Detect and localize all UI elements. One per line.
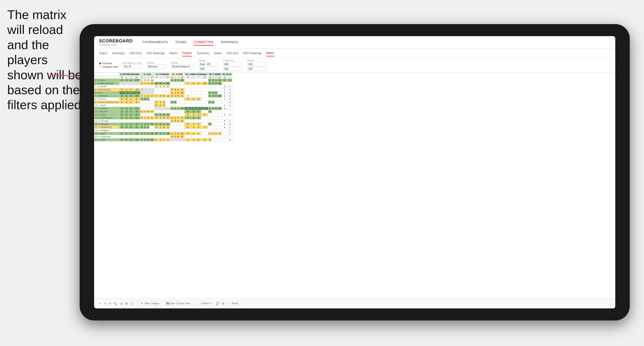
- region-sub-select[interactable]: (All): [199, 67, 218, 71]
- matrix-cell: [150, 101, 154, 104]
- full-view-radio[interactable]: [99, 62, 101, 65]
- subnav-detail[interactable]: Detail: [214, 50, 222, 56]
- clock-icon[interactable]: 🕐: [130, 302, 134, 305]
- matrix-cell: 0: [184, 126, 191, 129]
- compact-view-option[interactable]: Compact View: [99, 66, 118, 68]
- compact-view-radio[interactable]: [99, 66, 101, 68]
- conference-select[interactable]: (All): [223, 62, 242, 66]
- subnav-h2h-heatmap2[interactable]: H2H Heatmap: [243, 50, 261, 56]
- player-name-cell[interactable]: 2. M Kelly Mulcahy: [94, 82, 120, 85]
- player-name-cell[interactable]: 3. S Jelinek: [94, 85, 120, 88]
- table-row: 1. J Garcia31027100-11111106131122: [94, 79, 232, 82]
- matrix-cell: [119, 104, 124, 107]
- subnav-matrix2[interactable]: Matrix: [266, 50, 274, 56]
- matrix-cell: [128, 85, 133, 88]
- player-name-cell[interactable]: 20. E Andersson: [94, 135, 120, 138]
- player-name-cell[interactable]: 21. O Stoll: [94, 138, 120, 142]
- region-select[interactable]: East - DII: [199, 62, 218, 66]
- grid-icon[interactable]: ⊞: [222, 302, 224, 305]
- matrix-cell: [180, 104, 184, 107]
- matrix-cell: 0: [176, 116, 180, 120]
- share-btn[interactable]: ↗ Share: [227, 301, 240, 306]
- players-select[interactable]: (All): [247, 62, 266, 66]
- subnav-summary[interactable]: Summary: [112, 50, 124, 56]
- zoom-out-icon[interactable]: 🔍-: [114, 302, 118, 305]
- matrix-cell: [166, 129, 170, 132]
- matrix-cell: 0: [170, 88, 174, 91]
- matrix-cell: [176, 104, 180, 107]
- player-name-cell[interactable]: 10. L Perini: [94, 104, 120, 107]
- matrix-cell: [214, 98, 218, 101]
- matrix-cell: [158, 88, 163, 91]
- matrix-cell: [128, 120, 133, 123]
- player-name-cell[interactable]: 12. A Bianchi: [94, 110, 120, 113]
- matrix-cell: [201, 101, 208, 104]
- player-name-cell[interactable]: 18. L Hodgson: [94, 129, 120, 132]
- subnav-teams[interactable]: Teams: [99, 50, 107, 56]
- player-name-cell[interactable]: 6. A Dy: [94, 91, 120, 94]
- subnav-players[interactable]: Players: [182, 50, 192, 56]
- matrix-cell: 2: [191, 113, 196, 116]
- matrix-cell: [170, 129, 174, 132]
- sh-t2: T: [147, 76, 150, 79]
- matrix-cell: 0: [144, 123, 147, 126]
- subnav-h2h-heatmap[interactable]: H2H Heatmap: [146, 50, 165, 56]
- matrix-cell: [201, 94, 208, 98]
- matrix-cell: [147, 85, 150, 88]
- save-custom-view-btn[interactable]: 💾 Save Custom View: [164, 301, 192, 306]
- player-name-cell[interactable]: 14. S Srichantamit: [94, 116, 120, 120]
- zoom-fit-icon[interactable]: ⊡: [120, 302, 123, 305]
- redo-icon[interactable]: ↪: [104, 302, 106, 305]
- main-content[interactable]: 2. M Kelly Mulcahy 6. A Dy 11. G Woods 2…: [94, 73, 615, 298]
- subnav-summary2[interactable]: Summary: [197, 50, 209, 56]
- matrix-cell: 1: [191, 132, 196, 135]
- player-name-cell[interactable]: 19. J Karrh: [94, 132, 120, 135]
- matrix-cell: [124, 129, 129, 132]
- subnav-h2h-grid[interactable]: H2H Grid: [130, 50, 142, 56]
- undo-icon[interactable]: ↩: [99, 302, 101, 305]
- matrix-cell: [218, 104, 222, 107]
- matrix-cell: 1: [124, 126, 129, 129]
- matrix-cell: [196, 104, 201, 107]
- nav-tournaments[interactable]: TOURNAMENTS: [142, 39, 168, 45]
- nav-teams[interactable]: TEAMS: [175, 39, 186, 45]
- zoom-in-icon[interactable]: ⊞: [125, 302, 128, 305]
- watch-btn[interactable]: ⊙ Watch ▾: [197, 301, 214, 306]
- player-name-cell[interactable]: 17. D Ballesteros: [94, 126, 120, 129]
- player-name-cell[interactable]: 15. H Stranda: [94, 120, 120, 123]
- matrix-cell: 1: [174, 94, 176, 98]
- player-name-cell[interactable]: 11. G Woods: [94, 107, 120, 110]
- comment-icon[interactable]: 💬: [216, 302, 220, 305]
- matrix-cell: [218, 110, 222, 113]
- player-name-cell[interactable]: 9. A Maria Jimenez Rios: [94, 101, 120, 104]
- player-name-cell[interactable]: 8. M Torres: [94, 98, 120, 101]
- gender-select[interactable]: Women's: [147, 65, 166, 69]
- subnav-h2h-grid2[interactable]: H2H Grid: [226, 50, 238, 56]
- player-name-cell[interactable]: 16. X Mcgaha: [94, 123, 120, 126]
- player-name-cell[interactable]: 13. N Klug: [94, 113, 120, 116]
- matrix-cell: 1: [222, 91, 228, 94]
- division-select[interactable]: NCAA Division II: [171, 65, 194, 69]
- matrix-cell: 4: [140, 132, 144, 135]
- player-name-cell[interactable]: 5. A Nomrowski: [94, 88, 120, 91]
- nav-committee[interactable]: COMMITTEE: [194, 39, 214, 45]
- matrix-cell: [214, 129, 218, 132]
- players-sub-select[interactable]: (All): [247, 67, 266, 71]
- matrix-cell: 1: [222, 104, 228, 107]
- matrix-cell: [163, 88, 166, 91]
- view-original-btn[interactable]: 👁 View: Original: [139, 301, 162, 306]
- nav-rankings[interactable]: RANKINGS: [221, 39, 238, 45]
- matrix-cell: 9: [201, 138, 208, 142]
- max-players-select[interactable]: Top 25: [122, 65, 142, 69]
- matrix-cell: 2: [218, 132, 222, 135]
- matrix-cell: [128, 82, 133, 85]
- conference-sub-select[interactable]: (All): [223, 67, 242, 71]
- matrix-cell: 0: [170, 120, 174, 123]
- matrix-cell: [222, 116, 228, 120]
- player-name-cell[interactable]: 7. O Mitchell: [94, 94, 120, 98]
- subnav-matrix[interactable]: Matrix: [170, 50, 178, 56]
- refresh-icon[interactable]: ↺: [108, 302, 111, 305]
- matrix-cell: 0: [170, 116, 174, 120]
- player-name-cell[interactable]: 1. J Garcia: [94, 79, 120, 82]
- full-view-option[interactable]: Full View: [99, 62, 118, 65]
